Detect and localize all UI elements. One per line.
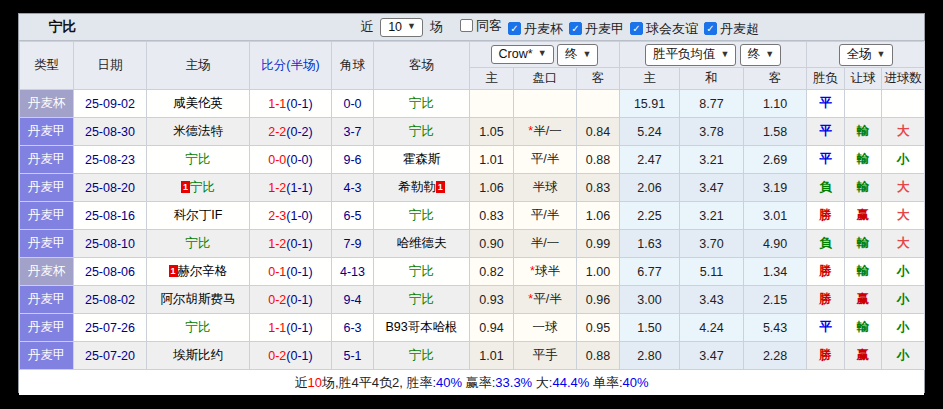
filter-bar: 近 10▼ 场 同客✓丹麦杯✓丹麦甲✓球会友谊✓丹麦超 xyxy=(360,17,759,38)
away-team[interactable]: 宁比 xyxy=(374,202,470,230)
avg-win-cell: 3.00 xyxy=(620,286,680,314)
home-team[interactable]: 咸美伦英 xyxy=(147,90,250,118)
scope-select[interactable]: 全场▼ xyxy=(839,44,893,66)
filter-3[interactable]: ✓丹麦甲 xyxy=(569,20,624,38)
bookmaker-state-select[interactable]: 终▼ xyxy=(557,44,598,66)
away-team-name: 希勒勒 xyxy=(398,180,436,194)
result-handicap-cell xyxy=(845,90,882,118)
odds-group-header: Crow*▼ 终▼ xyxy=(470,42,620,68)
summary-segment: 场,胜4平4负2, 胜率: xyxy=(322,375,436,390)
score-cell[interactable]: 2-2(0-2) xyxy=(250,118,332,146)
away-team[interactable]: 哈维德夫 xyxy=(374,230,470,258)
scope-value: 全场 xyxy=(847,46,872,63)
home-team[interactable]: 科尔丁IF xyxy=(147,202,250,230)
result-goals-cell: 小 xyxy=(882,286,925,314)
home-team[interactable]: 宁比 xyxy=(147,314,250,342)
sub-header-handicap: 盘口 xyxy=(514,68,577,90)
half-time-score: (0-1) xyxy=(286,349,312,363)
summary-segment: 赢率: xyxy=(462,375,495,390)
sub-header-result: 胜负 xyxy=(807,68,845,90)
avg-state-select[interactable]: 终▼ xyxy=(740,44,781,66)
score-cell[interactable]: 1-1(0-1) xyxy=(250,90,332,118)
checkbox-unchecked-icon[interactable] xyxy=(460,19,473,32)
type-cell: 丹麦甲 xyxy=(20,230,74,258)
avg-lose-cell: 2.69 xyxy=(744,146,807,174)
away-team-name: 宁比 xyxy=(409,96,434,110)
avg-draw-cell: 4.24 xyxy=(680,314,744,342)
away-team[interactable]: 宁比 xyxy=(374,118,470,146)
score-cell[interactable]: 2-3(1-0) xyxy=(250,202,332,230)
result-goals-cell: 大 xyxy=(882,118,925,146)
half-time-score: (0-1) xyxy=(286,293,312,307)
home-team-name: 阿尔胡斯费马 xyxy=(161,292,236,306)
home-team[interactable]: 阿尔胡斯费马 xyxy=(147,286,250,314)
home-team[interactable]: 宁比 xyxy=(147,146,250,174)
avg-select[interactable]: 胜平负均值▼ xyxy=(645,44,736,66)
away-team[interactable]: B93哥本哈根 xyxy=(374,314,470,342)
filter-label: 球会友谊 xyxy=(646,20,698,38)
full-time-score: 0-1 xyxy=(268,265,286,279)
away-odds-cell xyxy=(577,90,620,118)
away-team-name: 霍森斯 xyxy=(403,152,441,166)
filter-1[interactable]: 同客 xyxy=(460,17,502,35)
score-cell[interactable]: 0-2(0-1) xyxy=(250,286,332,314)
result-handicap-cell: 輸 xyxy=(845,118,882,146)
type-cell: 丹麦杯 xyxy=(20,258,74,286)
avg-draw-cell: 8.77 xyxy=(680,90,744,118)
sub-header-odds-away: 客 xyxy=(577,68,620,90)
home-team[interactable]: 1宁比 xyxy=(147,174,250,202)
table-row: 丹麦甲25-08-201宁比1-2(1-1)4-3希勒勒11.06半球0.832… xyxy=(20,174,925,202)
corner-cell: 6-5 xyxy=(332,202,374,230)
away-team[interactable]: 霍森斯 xyxy=(374,146,470,174)
avg-draw-cell: 3.47 xyxy=(680,174,744,202)
sub-header-avg-lose: 客 xyxy=(744,68,807,90)
near-label: 近 xyxy=(360,18,373,36)
chevron-down-icon: ▼ xyxy=(877,50,886,59)
table-row: 丹麦甲25-08-30米德法特2-2(0-2)3-7宁比1.05*半/一0.84… xyxy=(20,118,925,146)
match-count-select[interactable]: 10▼ xyxy=(380,18,423,37)
result-handicap-cell: 赢 xyxy=(845,342,882,370)
avg-win-cell: 2.80 xyxy=(620,342,680,370)
filter-5[interactable]: ✓丹麦超 xyxy=(704,20,759,38)
home-team[interactable]: 宁比 xyxy=(147,230,250,258)
bookmaker-select[interactable]: Crow*▼ xyxy=(491,45,554,64)
score-cell[interactable]: 0-1(0-1) xyxy=(250,258,332,286)
home-team-name: 咸美伦英 xyxy=(173,96,223,110)
checkbox-checked-icon[interactable]: ✓ xyxy=(630,22,643,35)
checkbox-checked-icon[interactable]: ✓ xyxy=(569,22,582,35)
result-wdl-cell: 負 xyxy=(807,230,845,258)
filter-2[interactable]: ✓丹麦杯 xyxy=(508,20,563,38)
scope-group-header: 全场▼ xyxy=(807,42,925,68)
avg-lose-cell: 1.34 xyxy=(744,258,807,286)
checkbox-checked-icon[interactable]: ✓ xyxy=(508,22,521,35)
table-row: 丹麦杯25-08-061赫尔辛格0-1(0-1)4-13宁比0.82*球半1.0… xyxy=(20,258,925,286)
bookmaker-state-value: 终 xyxy=(565,46,578,63)
away-team[interactable]: 宁比 xyxy=(374,286,470,314)
half-time-score: (0-1) xyxy=(286,321,312,335)
score-cell[interactable]: 1-1(0-1) xyxy=(250,314,332,342)
bookmaker-value: Crow* xyxy=(499,47,533,61)
home-team[interactable]: 埃斯比约 xyxy=(147,342,250,370)
home-team[interactable]: 米德法特 xyxy=(147,118,250,146)
chevron-down-icon: ▼ xyxy=(583,50,592,59)
away-team[interactable]: 宁比 xyxy=(374,90,470,118)
summary-segment: 44.4% xyxy=(552,375,589,390)
avg-lose-cell: 5.43 xyxy=(744,314,807,342)
checkbox-checked-icon[interactable]: ✓ xyxy=(704,22,717,35)
filter-4[interactable]: ✓球会友谊 xyxy=(630,20,698,38)
type-cell: 丹麦甲 xyxy=(20,286,74,314)
full-time-score: 0-2 xyxy=(268,349,286,363)
away-team[interactable]: 宁比 xyxy=(374,258,470,286)
home-team[interactable]: 1赫尔辛格 xyxy=(147,258,250,286)
away-team[interactable]: 宁比 xyxy=(374,342,470,370)
score-cell[interactable]: 1-2(1-1) xyxy=(250,174,332,202)
score-cell[interactable]: 0-0(0-0) xyxy=(250,146,332,174)
result-goals-cell: 小 xyxy=(882,258,925,286)
score-cell[interactable]: 0-2(0-1) xyxy=(250,342,332,370)
date-cell: 25-08-06 xyxy=(74,258,147,286)
away-team[interactable]: 希勒勒1 xyxy=(374,174,470,202)
score-cell[interactable]: 1-2(0-1) xyxy=(250,230,332,258)
result-handicap-cell: 赢 xyxy=(845,202,882,230)
col-header-away: 客场 xyxy=(374,42,470,90)
result-goals-cell: 大 xyxy=(882,202,925,230)
